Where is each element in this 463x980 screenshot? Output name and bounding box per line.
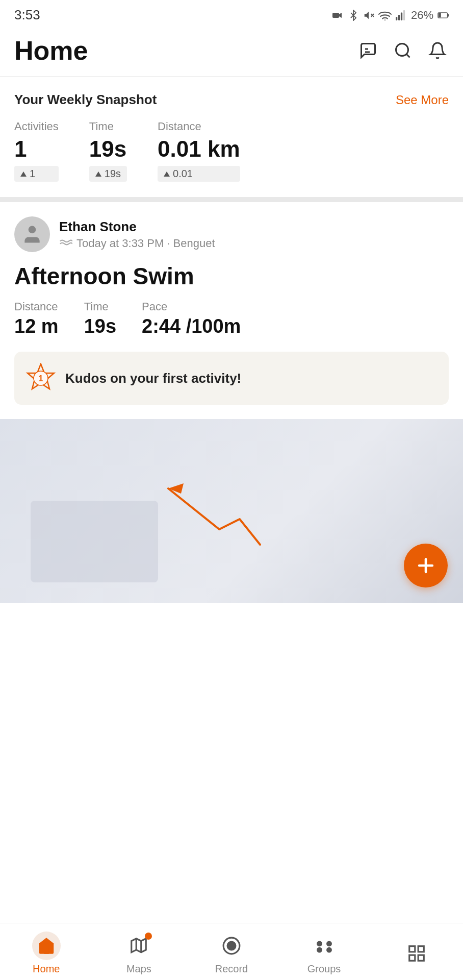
act-stat-pace-label: Pace	[142, 300, 241, 313]
svg-rect-10	[447, 14, 449, 16]
nav-record-icon-wrap	[217, 932, 246, 960]
header: Home	[0, 27, 463, 76]
nav-home-icon-wrap	[32, 932, 61, 960]
stat-time-value: 19s	[89, 136, 127, 162]
status-bar: 3:53	[0, 0, 463, 27]
video-icon	[331, 9, 344, 21]
act-stat-distance: Distance 12 m	[14, 300, 59, 337]
kudos-badge-icon: 1	[25, 363, 56, 394]
map-route-svg	[158, 478, 280, 560]
act-stat-distance-value: 12 m	[14, 315, 59, 337]
map-container	[0, 419, 463, 603]
header-icons	[357, 39, 449, 62]
nav-item-dashboard[interactable]	[391, 939, 442, 968]
nav-item-record[interactable]: Record	[206, 932, 257, 975]
activity-title[interactable]: Afternoon Swim	[14, 262, 449, 290]
svg-rect-33	[418, 955, 424, 961]
svg-point-3	[384, 19, 385, 20]
status-icons: 26%	[331, 9, 449, 22]
act-stat-pace-value: 2:44 /100m	[142, 315, 241, 337]
kudos-section: 1 Kudos on your first activity!	[0, 352, 463, 419]
stat-time-change: 19s	[89, 166, 127, 182]
swim-icon	[59, 237, 72, 250]
activity-timestamp: Today at 3:33 PM · Benguet	[76, 237, 215, 250]
kudos-banner: 1 Kudos on your first activity!	[14, 352, 449, 405]
act-stat-distance-label: Distance	[14, 300, 59, 313]
chat-button[interactable]	[357, 39, 379, 62]
wifi-icon	[378, 10, 392, 21]
svg-rect-6	[401, 12, 402, 20]
stat-activities-label: Activities	[14, 120, 59, 133]
bottom-nav: Home Maps Record	[0, 923, 463, 980]
nav-item-groups[interactable]: Groups	[299, 932, 350, 975]
triangle-up-icon	[20, 172, 27, 177]
notifications-button[interactable]	[426, 39, 449, 62]
snapshot-stats: Activities 1 1 Time 19s 19s Distance 0.0…	[14, 120, 449, 182]
act-stat-time-value: 19s	[84, 315, 116, 337]
stat-activities-value: 1	[14, 136, 59, 162]
nav-maps-icon-wrap	[124, 932, 153, 960]
nav-home-label: Home	[33, 963, 60, 975]
battery-percent: 26%	[411, 9, 433, 22]
svg-rect-5	[398, 14, 400, 20]
kudos-text: Kudos on your first activity!	[65, 371, 241, 386]
stat-time-label: Time	[89, 120, 127, 133]
activity-stats: Distance 12 m Time 19s Pace 2:44 /100m	[14, 300, 449, 337]
triangle-up-time-icon	[95, 172, 101, 177]
avatar	[14, 216, 50, 252]
stat-activities-change-value: 1	[30, 168, 35, 180]
act-stat-pace: Pace 2:44 /100m	[142, 300, 241, 337]
map-shape	[31, 501, 158, 582]
nav-item-maps[interactable]: Maps	[113, 932, 164, 975]
act-stat-time: Time 19s	[84, 300, 116, 337]
battery-icon	[438, 11, 449, 20]
stat-distance-change-value: 0.01	[173, 168, 193, 180]
see-more-button[interactable]: See More	[396, 93, 449, 107]
svg-rect-7	[403, 10, 405, 20]
stat-time-change-value: 19s	[105, 168, 121, 180]
user-meta: Today at 3:33 PM · Benguet	[59, 237, 215, 250]
user-info: Ethan Stone Today at 3:33 PM · Benguet	[59, 219, 215, 250]
stat-time: Time 19s 19s	[89, 120, 127, 182]
record-icon	[222, 936, 241, 955]
svg-rect-31	[418, 946, 424, 951]
svg-text:1: 1	[39, 374, 43, 383]
user-name: Ethan Stone	[59, 219, 215, 235]
bluetooth-icon	[348, 10, 359, 21]
stat-activities-change: 1	[14, 166, 59, 182]
triangle-up-distance-icon	[164, 172, 170, 177]
signal-icon	[396, 10, 407, 21]
maps-icon	[129, 936, 148, 955]
svg-marker-21	[132, 939, 146, 952]
groups-icon	[315, 936, 334, 955]
svg-rect-9	[439, 13, 441, 17]
avatar-icon	[21, 223, 43, 246]
weekly-snapshot-section: Your Weekly Snapshot See More Activities…	[0, 77, 463, 197]
maps-badge	[145, 933, 152, 940]
dashboard-icon	[407, 944, 426, 963]
page-title: Home	[14, 35, 88, 66]
mute-icon	[363, 10, 374, 21]
stat-distance-value: 0.01 km	[158, 136, 240, 162]
stat-distance-change: 0.01	[158, 166, 240, 182]
nav-record-label: Record	[215, 963, 248, 975]
svg-rect-4	[396, 17, 397, 20]
nav-item-home[interactable]: Home	[21, 932, 72, 975]
stat-activities: Activities 1 1	[14, 120, 59, 182]
stat-distance-label: Distance	[158, 120, 240, 133]
section-divider	[0, 197, 463, 202]
bottom-nav-wrapper: Home Maps Record	[0, 944, 463, 980]
svg-point-29	[326, 947, 332, 953]
svg-point-13	[396, 44, 408, 56]
fab-button[interactable]	[404, 544, 448, 587]
home-icon	[37, 936, 56, 955]
search-button[interactable]	[392, 39, 414, 62]
snapshot-title: Your Weekly Snapshot	[14, 92, 157, 108]
svg-rect-30	[409, 946, 415, 951]
svg-point-25	[227, 942, 236, 950]
svg-point-27	[326, 941, 332, 947]
activity-user-row: Ethan Stone Today at 3:33 PM · Benguet	[14, 216, 449, 252]
stat-distance: Distance 0.01 km 0.01	[158, 120, 240, 182]
svg-point-15	[29, 226, 36, 234]
status-time: 3:53	[14, 7, 40, 23]
